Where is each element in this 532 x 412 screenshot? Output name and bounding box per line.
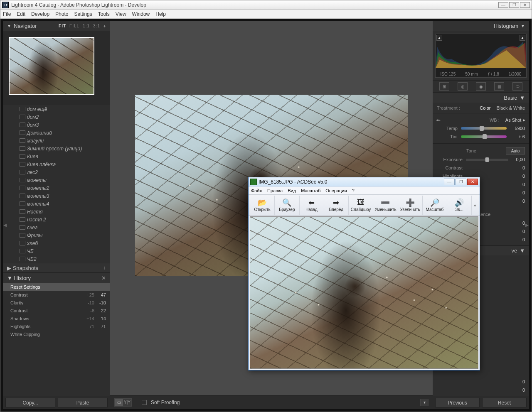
menu-help[interactable]: Help: [155, 11, 166, 17]
acdsee-window[interactable]: IMG_8185.JPG - ACDSee v5.0 — ☐ ✕ ФайлПра…: [248, 177, 480, 370]
treatment-bw[interactable]: Black & White: [497, 105, 525, 110]
preset-item[interactable]: настя 2: [3, 216, 110, 223]
acdsee-close-button[interactable]: ✕: [467, 179, 478, 185]
toolbar-options-dropdown[interactable]: [420, 399, 429, 406]
acdsee-menu-item[interactable]: Операции: [325, 188, 347, 193]
add-snapshot-button[interactable]: +: [103, 265, 106, 271]
exposure-slider[interactable]: [466, 159, 508, 161]
preset-item[interactable]: Настя: [3, 208, 110, 216]
preset-item[interactable]: ЧБ2: [3, 255, 110, 263]
acdsee-toolbar-overflow[interactable]: »: [472, 203, 478, 208]
navigator-header[interactable]: ▼ Navigator FIT FILL 1:1 3:1 ♦: [3, 21, 110, 31]
acdsee-tool-slideshow[interactable]: 🖼Слайдшоу: [349, 196, 373, 215]
highlights-value[interactable]: 0: [512, 174, 525, 179]
acdsee-titlebar[interactable]: IMG_8185.JPG - ACDSee v5.0 — ☐ ✕: [249, 177, 480, 186]
spot-tool-icon[interactable]: ◎: [458, 82, 468, 91]
eyedropper-icon[interactable]: ✎: [436, 115, 445, 125]
preset-item[interactable]: монеты3: [3, 192, 110, 200]
acdsee-menu-item[interactable]: Правка: [267, 188, 283, 193]
menu-file[interactable]: File: [3, 11, 11, 17]
tint-value[interactable]: + 6: [510, 134, 525, 139]
preset-item[interactable]: дом2: [3, 113, 110, 121]
paste-button[interactable]: Paste: [58, 398, 108, 407]
preset-item[interactable]: лес2: [3, 168, 110, 176]
vibrance-value[interactable]: 0: [512, 229, 525, 234]
lightroom-titlebar[interactable]: Lr Lightroom 4 Catalog - Adobe Photoshop…: [0, 0, 532, 10]
menu-edit[interactable]: Edit: [17, 11, 25, 17]
preset-item[interactable]: Киев: [3, 152, 110, 160]
history-item[interactable]: Reset Settings: [3, 283, 110, 291]
temp-slider[interactable]: [461, 127, 507, 130]
preset-item[interactable]: жигули: [3, 137, 110, 145]
gradient-tool-icon[interactable]: ▤: [494, 82, 504, 91]
acdsee-tool-zoomin[interactable]: ➕Увеличить: [398, 196, 423, 215]
compare-view-icon[interactable]: Y|Y: [123, 399, 131, 406]
preset-item[interactable]: хлеб: [3, 239, 110, 247]
preset-item[interactable]: монеты: [3, 176, 110, 184]
acdsee-tool-scale[interactable]: 🔎Масштаб: [423, 196, 447, 215]
brush-tool-icon[interactable]: ⬭: [512, 82, 522, 91]
histogram-display[interactable]: ▲ ▲ ISO 125 50 mm ƒ / 1,8 1/2000: [435, 34, 527, 78]
close-button[interactable]: ✕: [520, 2, 530, 8]
maximize-button[interactable]: ☐: [509, 2, 519, 8]
history-item[interactable]: Clarity-10-10: [3, 299, 110, 307]
crop-tool-icon[interactable]: ⊞: [439, 82, 449, 91]
basic-panel-header[interactable]: Basic ▼: [433, 93, 529, 103]
menu-tools[interactable]: Tools: [98, 11, 110, 17]
highlight-clipping-icon[interactable]: ▲: [520, 35, 525, 41]
acdsee-photo-display[interactable]: [250, 217, 478, 368]
preset-item[interactable]: Домашний: [3, 129, 110, 137]
acdsee-tool-browser[interactable]: 🔍Браузер: [275, 196, 299, 215]
loupe-view-icon[interactable]: ▭: [115, 399, 123, 406]
whites-value[interactable]: 0: [512, 190, 525, 195]
zoom-ratio[interactable]: 3:1: [93, 24, 100, 28]
preset-item[interactable]: монеты4: [3, 200, 110, 208]
redeye-tool-icon[interactable]: ◉: [476, 82, 486, 91]
preset-item[interactable]: снег: [3, 223, 110, 231]
shadows-value[interactable]: 0: [512, 182, 525, 187]
preset-item[interactable]: Фризы: [3, 231, 110, 239]
history-item[interactable]: White Clipping: [3, 330, 110, 338]
clarity-value[interactable]: 0: [512, 221, 525, 226]
treatment-color[interactable]: Color: [480, 105, 490, 110]
snapshots-header[interactable]: ▶ Snapshots +: [3, 263, 110, 273]
menu-settings[interactable]: Settings: [74, 11, 92, 17]
preset-item[interactable]: дом ещё: [3, 105, 110, 113]
menu-develop[interactable]: Develop: [31, 11, 49, 17]
temp-value[interactable]: 5900: [510, 126, 525, 131]
view-mode-toggle[interactable]: ▭ Y|Y: [114, 398, 132, 407]
reset-button[interactable]: Reset: [482, 398, 527, 407]
history-item[interactable]: Shadows+1414: [3, 314, 110, 322]
menu-window[interactable]: Window: [132, 11, 150, 17]
clear-history-button[interactable]: ✕: [101, 275, 106, 281]
acdsee-menu-item[interactable]: Вид: [288, 188, 296, 193]
histogram-header[interactable]: Histogram ▼: [433, 21, 529, 31]
zoom-fill[interactable]: FILL: [69, 24, 79, 28]
history-item[interactable]: Highlights-71-71: [3, 322, 110, 330]
acdsee-tool-zoomout[interactable]: ➖Уменьшить: [373, 196, 398, 215]
history-item[interactable]: Contrast+2547: [3, 291, 110, 299]
zoom-stepper-icon[interactable]: ♦: [103, 24, 106, 28]
preset-item[interactable]: дом3: [3, 121, 110, 129]
acdsee-minimize-button[interactable]: —: [444, 179, 455, 185]
zoom-one[interactable]: 1:1: [83, 24, 90, 28]
saturation-value[interactable]: 0: [512, 237, 525, 242]
copy-button[interactable]: Copy...: [5, 398, 55, 407]
previous-button[interactable]: Previous: [435, 398, 480, 407]
soft-proofing-checkbox[interactable]: [142, 400, 147, 405]
menu-photo[interactable]: Photo: [55, 11, 68, 17]
exposure-value[interactable]: 0,00: [512, 157, 525, 162]
history-header[interactable]: ▼ History ✕: [3, 273, 110, 283]
preset-item[interactable]: Зимний пресет (улица): [3, 145, 110, 152]
acdsee-tool-forward[interactable]: ➡Вперёд: [324, 196, 349, 215]
blacks-value[interactable]: 0: [512, 199, 525, 204]
contrast-value[interactable]: 0: [512, 165, 525, 170]
navigator-thumbnail[interactable]: [9, 37, 94, 95]
acdsee-menu-item[interactable]: Файл: [251, 188, 262, 193]
history-item[interactable]: Contrast-822: [3, 307, 110, 314]
shadow-clipping-icon[interactable]: ▲: [436, 35, 442, 41]
menu-view[interactable]: View: [116, 11, 126, 17]
preset-item[interactable]: монеты2: [3, 184, 110, 192]
right-panel-handle[interactable]: ▸: [525, 215, 529, 234]
acdsee-tool-back[interactable]: ⬅Назад: [300, 196, 324, 215]
